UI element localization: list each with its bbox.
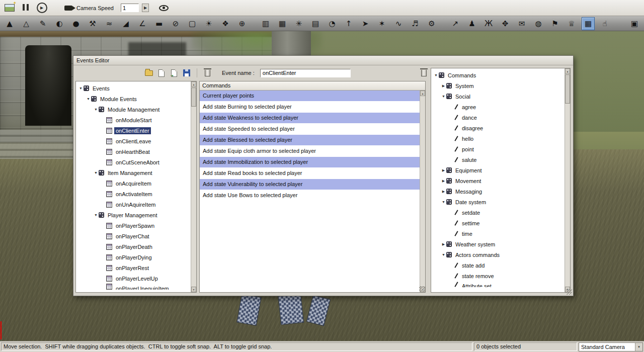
tree-item-salute[interactable]: salute	[431, 154, 565, 165]
grid-table-icon[interactable]: ▦	[276, 17, 289, 30]
signpost-icon[interactable]: ⚑	[548, 17, 561, 30]
scrollbar-thumb[interactable]	[191, 87, 196, 107]
water-tool-icon[interactable]: ●	[69, 17, 83, 30]
bug-icon[interactable]: Ж	[482, 17, 495, 30]
chevron-right-icon[interactable]: ▶	[441, 179, 446, 183]
tree-item-agree[interactable]: agree	[431, 102, 565, 112]
tree-item-onplayerunequipitem[interactable]: onPlayerUnequipItem	[76, 284, 191, 290]
terrain-mesh-icon[interactable]: △	[20, 17, 33, 30]
tree-item-movement[interactable]: ▶Movement	[431, 175, 565, 186]
ramp-tool-icon[interactable]: ◢	[119, 17, 132, 30]
eye-icon[interactable]	[159, 5, 169, 11]
tree-item-setdate[interactable]: setdate	[431, 207, 565, 218]
pointer-pin-icon[interactable]: ➤	[359, 17, 372, 30]
sun-light-icon[interactable]: ☀	[202, 17, 215, 30]
pause-button[interactable]	[19, 2, 32, 15]
tree-item-onactivateitem[interactable]: onActivateItem	[76, 189, 191, 199]
command-row-add-state-vulnerability-to-selected-player[interactable]: Add state Vulnerability to selected play…	[200, 179, 420, 190]
tree-item-date-system[interactable]: ▼Date system	[431, 197, 565, 207]
tree-item-point[interactable]: point	[431, 144, 565, 154]
tree-item-disagree[interactable]: disagree	[431, 123, 565, 133]
waveform-icon[interactable]: ∿	[392, 17, 405, 30]
event-name-input[interactable]	[260, 69, 351, 77]
tree-item-onplayerchat[interactable]: onPlayerChat	[76, 231, 191, 241]
tree-item-onmodulestart[interactable]: onModuleStart	[76, 115, 191, 125]
cursor-arrow-icon[interactable]: ↗	[449, 17, 462, 30]
tree-item-attribute-set[interactable]: Attribute set	[431, 281, 565, 287]
tree-item-settime[interactable]: settime	[431, 218, 565, 228]
hammer-tool-icon[interactable]: ⚒	[86, 17, 99, 30]
scroll-up-button[interactable]: ▲	[565, 68, 570, 74]
tree-item-onplayerlevelup[interactable]: onPlayerLevelUp	[76, 273, 191, 284]
chevron-right-icon[interactable]: ▶	[441, 242, 446, 246]
command-row-add-state-read-books-to-selected-player[interactable]: Add state Read books to selected player	[200, 168, 420, 179]
scroll-up-button[interactable]: ▲	[420, 91, 425, 96]
command-row-add-state-use-bows-to-selected-player[interactable]: Add state Use Bows to selected player	[200, 190, 420, 201]
scroll-up-button[interactable]: ▲	[191, 81, 196, 87]
commands-list-scrollbar[interactable]: ▲ ▼	[420, 91, 425, 292]
tree-item-oncutsceneabort[interactable]: onCutSceneAbort	[76, 157, 191, 167]
camera-speed-spinner[interactable]: ▶	[142, 4, 149, 12]
chevron-down-icon[interactable]: ▼	[93, 213, 99, 217]
selection-marquee-icon[interactable]: ▢	[186, 17, 199, 30]
terrain-raise-icon[interactable]: ▲	[3, 17, 16, 30]
camera-speed-input[interactable]	[121, 4, 139, 12]
chevron-right-icon[interactable]: ▶	[441, 168, 446, 172]
tree-item-onacquireitem[interactable]: onAcquireItem	[76, 178, 191, 189]
particles-icon[interactable]: ✥	[499, 17, 512, 30]
scroll-down-button[interactable]: ▼	[191, 287, 196, 292]
chevron-down-icon[interactable]: ▼	[441, 95, 446, 98]
database-icon[interactable]: ◍	[532, 17, 545, 30]
chevron-right-icon[interactable]: ▶	[441, 84, 446, 88]
tree-item-time[interactable]: time	[431, 228, 565, 239]
tree-item-state-add[interactable]: state add	[431, 260, 565, 271]
character-icon[interactable]: ♟	[465, 17, 478, 30]
world-picker-icon[interactable]: ⊕	[235, 17, 249, 30]
tree-item-onplayerdeath[interactable]: onPlayerDeath	[76, 241, 191, 252]
play-button[interactable]: ▶	[35, 2, 48, 15]
tree-item-social[interactable]: ▼Social	[431, 91, 565, 102]
open-file-button[interactable]	[144, 67, 154, 78]
tree-item-actors-commands[interactable]: ▼Actors commands	[431, 249, 565, 260]
scrollbar-thumb[interactable]	[565, 74, 570, 104]
cube-object-icon[interactable]: ❖	[219, 17, 232, 30]
chevron-down-icon[interactable]: ▼	[433, 73, 439, 77]
terrain-paint-icon[interactable]: ✎	[36, 17, 49, 30]
tree-item-onplayerdying[interactable]: onPlayerDying	[76, 252, 191, 262]
tree-item-equipment[interactable]: ▶Equipment	[431, 165, 565, 175]
chevron-down-icon[interactable]: ▼	[86, 97, 91, 101]
tree-item-hello[interactable]: hello	[431, 133, 565, 144]
chevron-down-icon[interactable]: ▼	[93, 171, 99, 174]
command-row-add-state-blessed-to-selected-player[interactable]: Add state Blessed to selected player	[200, 135, 420, 146]
tree-item-dance[interactable]: dance	[431, 112, 565, 123]
columns-icon[interactable]: ▥	[259, 17, 272, 30]
events-calendar-icon[interactable]: ▦	[582, 17, 595, 30]
tree-item-onplayerrest[interactable]: onPlayerRest	[76, 262, 191, 273]
compass-rose-icon[interactable]: ✳	[292, 17, 305, 30]
tree-item-onhearthbeat[interactable]: onHearthBeat	[76, 146, 191, 157]
chevron-down-icon[interactable]: ▼	[441, 253, 446, 256]
tree-item-module-management[interactable]: ▼Module Management	[76, 104, 191, 115]
chat-bubble-icon[interactable]: ✉	[515, 17, 528, 30]
chevron-down-icon[interactable]: ▼	[93, 108, 99, 111]
timer-icon[interactable]: ◔	[326, 17, 339, 30]
tree-item-oncliententer[interactable]: onClientEnter	[76, 125, 191, 136]
new-file-button[interactable]	[156, 67, 167, 78]
tree-item-events[interactable]: ▼Events	[76, 83, 191, 94]
new-scene-button[interactable]	[3, 2, 16, 15]
no-walk-icon[interactable]: ⊘	[169, 17, 182, 30]
export-up-icon[interactable]: ↑	[342, 17, 355, 30]
command-row-add-state-immobilization-to-selected-player[interactable]: Add state Immobilization to selected pla…	[200, 157, 420, 168]
tree-item-system[interactable]: ▶System	[431, 80, 565, 91]
tree-item-player-management[interactable]: ▼Player Management	[76, 210, 191, 220]
chevron-down-icon[interactable]: ▼	[78, 86, 84, 90]
command-row-add-state-equip-cloth-armor-to-selected-player[interactable]: Add state Equip cloth armor to selected …	[200, 146, 420, 157]
data-panel-icon[interactable]: ▣	[628, 17, 641, 30]
tree-item-onclientleave[interactable]: onClientLeave	[76, 136, 191, 146]
tree-item-weather-system[interactable]: ▶Weather system	[431, 239, 565, 249]
command-row-current-player-points[interactable]: Current player points	[200, 91, 420, 102]
window-titlebar[interactable]: Events Editor	[73, 56, 573, 65]
tree-item-state-remove[interactable]: state remove	[431, 271, 565, 281]
smooth-tool-icon[interactable]: ≈	[103, 17, 116, 30]
tree-item-commands[interactable]: ▼Commands	[431, 70, 565, 80]
